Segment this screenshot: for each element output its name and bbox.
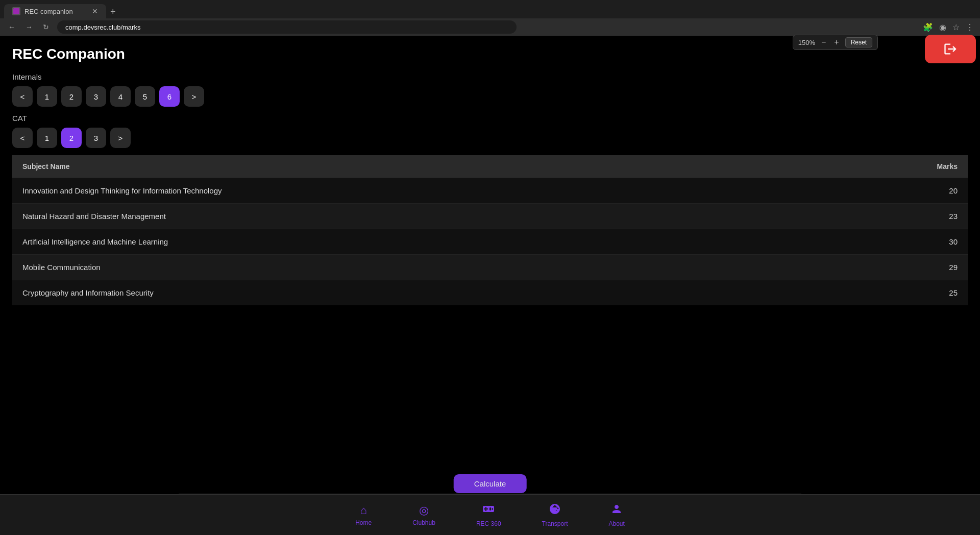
internals-label: Internals [12, 72, 968, 81]
internals-prev-btn[interactable]: < [12, 86, 33, 107]
address-bar: ← → ↻ 🧩 ◉ ☆ ⋮ [0, 18, 980, 36]
nav-rec360-label: REC 360 [476, 520, 501, 527]
new-tab-btn[interactable]: + [106, 7, 120, 17]
internals-page-1[interactable]: 1 [37, 86, 57, 107]
table-row: Natural Hazard and Disaster Management 2… [12, 204, 968, 229]
marks-cell: 23 [817, 204, 968, 229]
calculate-btn[interactable]: Calculate [454, 474, 527, 493]
table-row: Cryptography and Information Security 25 [12, 280, 968, 306]
home-icon: ⌂ [360, 504, 367, 517]
internals-page-3[interactable]: 3 [86, 86, 106, 107]
internals-section: Internals < 1 2 3 4 5 6 > [12, 72, 968, 107]
marks-table: Subject Name Marks Innovation and Design… [12, 155, 968, 305]
table-row: Innovation and Design Thinking for Infor… [12, 178, 968, 204]
nav-transport-label: Transport [542, 520, 568, 527]
internals-pagination: < 1 2 3 4 5 6 > [12, 86, 968, 107]
cat-page-3[interactable]: 3 [86, 128, 106, 148]
nav-forward-btn[interactable]: → [23, 21, 35, 33]
tab-close-btn[interactable]: ✕ [92, 7, 98, 15]
nav-clubhub-label: Clubhub [412, 519, 435, 526]
table-row: Mobile Communication 29 [12, 255, 968, 280]
cat-next-btn[interactable]: > [110, 128, 131, 148]
svg-rect-0 [13, 8, 19, 14]
subject-cell: Mobile Communication [12, 255, 817, 280]
profile-menu-icon[interactable]: ◉ [939, 22, 946, 32]
active-tab[interactable]: REC companion ✕ [4, 4, 106, 18]
zoom-control: 150% − + Reset [793, 35, 878, 50]
internals-page-5[interactable]: 5 [135, 86, 155, 107]
nav-refresh-btn[interactable]: ↻ [41, 21, 51, 33]
browser-actions: 🧩 ◉ ☆ ⋮ [923, 22, 974, 32]
app-content: REC Companion Internals < 1 2 3 4 5 6 > … [0, 36, 980, 305]
marks-cell: 29 [817, 255, 968, 280]
subject-cell: Natural Hazard and Disaster Management [12, 204, 817, 229]
nav-about-label: About [608, 520, 624, 527]
bottom-nav: ⌂ Home ◎ Clubhub REC 360 Transport [0, 494, 980, 535]
nav-back-btn[interactable]: ← [6, 21, 17, 33]
more-options-icon[interactable]: ⋮ [966, 22, 974, 32]
cat-prev-btn[interactable]: < [12, 128, 33, 148]
nav-home-label: Home [355, 519, 372, 526]
cat-section: CAT < 1 2 3 > [12, 114, 968, 148]
cat-pagination: < 1 2 3 > [12, 128, 968, 148]
rec360-icon [482, 503, 495, 518]
tab-title: REC companion [24, 8, 73, 15]
internals-page-4[interactable]: 4 [110, 86, 131, 107]
address-input[interactable] [57, 20, 517, 34]
about-icon [610, 503, 623, 518]
transport-icon [549, 503, 561, 518]
cat-page-2[interactable]: 2 [61, 128, 82, 148]
zoom-level: 150% [798, 39, 815, 46]
table-row: Artificial Intelligence and Machine Lear… [12, 229, 968, 255]
cat-page-1[interactable]: 1 [37, 128, 57, 148]
tab-favicon [12, 7, 20, 15]
nav-about[interactable]: About [588, 499, 645, 531]
subject-cell: Innovation and Design Thinking for Infor… [12, 178, 817, 204]
nav-rec360[interactable]: REC 360 [456, 499, 522, 531]
bookmark-icon[interactable]: ☆ [952, 22, 960, 32]
nav-transport[interactable]: Transport [522, 499, 589, 531]
extensions-icon[interactable]: 🧩 [923, 22, 933, 32]
browser-chrome: REC companion ✕ + ← → ↻ 🧩 ◉ ☆ ⋮ [0, 0, 980, 36]
col-subject-header: Subject Name [12, 155, 817, 178]
clubhub-icon: ◎ [419, 504, 429, 517]
col-marks-header: Marks [817, 155, 968, 178]
zoom-reset-btn[interactable]: Reset [845, 37, 872, 47]
internals-page-2[interactable]: 2 [61, 86, 82, 107]
marks-cell: 30 [817, 229, 968, 255]
marks-cell: 20 [817, 178, 968, 204]
zoom-out-btn[interactable]: − [819, 38, 828, 47]
logout-btn[interactable] [925, 35, 976, 63]
cat-label: CAT [12, 114, 968, 123]
nav-home[interactable]: ⌂ Home [335, 500, 392, 530]
subject-cell: Artificial Intelligence and Machine Lear… [12, 229, 817, 255]
internals-page-6[interactable]: 6 [159, 86, 180, 107]
table-header-row: Subject Name Marks [12, 155, 968, 178]
internals-next-btn[interactable]: > [184, 86, 204, 107]
marks-cell: 25 [817, 280, 968, 306]
zoom-in-btn[interactable]: + [832, 38, 841, 47]
subject-cell: Cryptography and Information Security [12, 280, 817, 306]
nav-clubhub[interactable]: ◎ Clubhub [392, 500, 456, 530]
tab-bar: REC companion ✕ + [0, 0, 980, 18]
